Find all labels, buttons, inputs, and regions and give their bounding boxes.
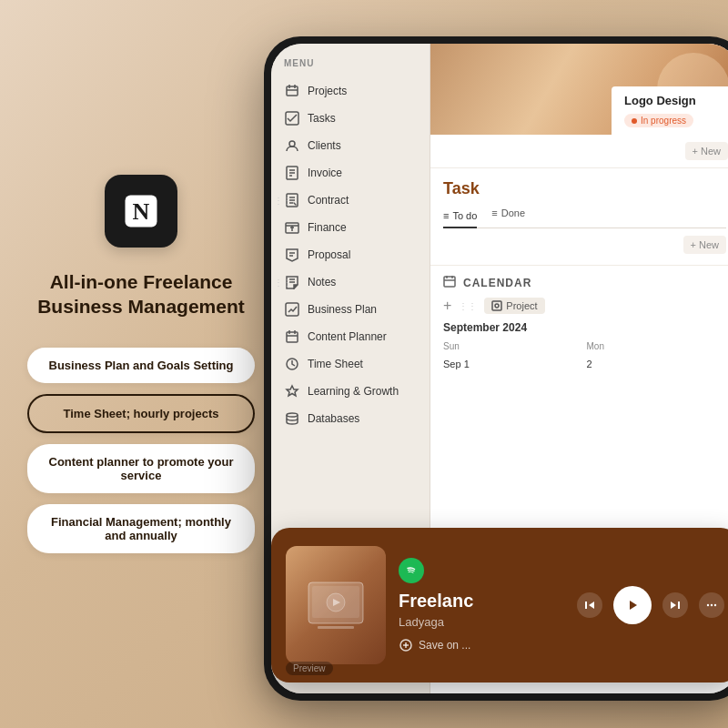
calendar-view-dropdown[interactable]: Project	[484, 298, 544, 314]
tab-todo[interactable]: ≡ To do	[443, 207, 477, 228]
play-button[interactable]	[613, 586, 652, 624]
status-label: In progress	[641, 116, 686, 126]
sidebar-item-proposal[interactable]: Proposal	[271, 241, 430, 268]
music-info: Freelanc Ladyaga Save on ...	[399, 558, 564, 652]
svg-rect-34	[318, 626, 354, 629]
calendar-toolbar: + ⋮⋮ Project	[443, 298, 726, 314]
svg-point-46	[711, 604, 713, 606]
prev-button[interactable]	[577, 592, 602, 618]
feature-item-4[interactable]: Financial Management; monthly and annual…	[27, 504, 255, 553]
sidebar-item-label-invoice: Invoice	[308, 167, 342, 179]
sidebar-item-label-finance: Finance	[308, 221, 347, 234]
sidebar-item-notes[interactable]: ⋮⋮ Notes	[271, 268, 430, 296]
cal-day-header-sun: Sun	[443, 339, 583, 353]
task-new-row: + New	[443, 228, 726, 258]
sidebar-item-databases[interactable]: Databases	[271, 405, 430, 432]
done-label: Done	[501, 207, 525, 218]
cal-day-header-mon: Mon	[587, 339, 727, 353]
svg-text:N: N	[133, 198, 150, 225]
done-tab-icon: ≡	[491, 207, 497, 218]
content-planner-icon	[284, 329, 300, 345]
sidebar-item-clients[interactable]: Clients	[271, 132, 430, 159]
calendar-grid: Sun Mon Sep 1 2	[443, 339, 726, 371]
svg-point-25	[287, 413, 298, 417]
status-badge: In progress	[624, 114, 693, 127]
calendar-header: CALENDAR	[443, 275, 726, 290]
calendar-drag-handle: ⋮⋮	[459, 301, 477, 311]
svg-marker-42	[630, 601, 637, 610]
sidebar-item-learning-growth[interactable]: Learning & Growth	[271, 378, 430, 405]
tab-done[interactable]: ≡ Done	[491, 207, 525, 222]
svg-rect-30	[492, 301, 501, 310]
svg-rect-41	[585, 602, 587, 609]
invoice-icon	[284, 165, 300, 181]
svg-point-36	[404, 563, 419, 578]
new-task-button[interactable]: + New	[683, 236, 727, 254]
calendar-month: September 2024	[443, 321, 726, 334]
next-button[interactable]	[662, 592, 688, 618]
sidebar-item-label-databases: Databases	[308, 412, 359, 425]
calendar-title: CALENDAR	[463, 277, 531, 289]
music-player: Freelanc Ladyaga Save on ...	[271, 528, 728, 682]
sidebar-item-business-plan[interactable]: Business Plan	[271, 296, 430, 323]
svg-rect-44	[678, 602, 680, 609]
sidebar-item-label-contract: Contract	[308, 194, 349, 207]
sidebar-item-time-sheet[interactable]: Time Sheet	[271, 350, 430, 378]
svg-rect-2	[287, 86, 298, 96]
sidebar-item-contract[interactable]: ⋮⋮ Contract	[271, 187, 430, 214]
save-label: Save on ...	[419, 639, 470, 652]
business-plan-icon	[284, 301, 300, 318]
svg-rect-20	[287, 332, 298, 342]
music-title: Freelanc	[399, 591, 564, 612]
project-card: Logo Design In progress	[612, 86, 728, 136]
music-controls	[577, 586, 724, 624]
music-controls-area	[577, 586, 724, 624]
task-section-title: Task	[443, 179, 726, 198]
projects-icon	[284, 83, 300, 99]
sidebar-item-label-tasks: Tasks	[308, 112, 336, 125]
svg-rect-26	[444, 277, 455, 287]
sidebar-item-label-projects: Projects	[308, 85, 347, 97]
learning-growth-icon	[284, 383, 300, 399]
task-tabs: ≡ To do ≡ Done	[443, 207, 726, 228]
music-thumbnail	[286, 546, 386, 664]
app-title: All-in-one Freelance Business Management	[37, 269, 245, 319]
calendar-add-button[interactable]: +	[443, 298, 451, 314]
sidebar-item-label-clients: Clients	[308, 139, 341, 152]
feature-item-2[interactable]: Time Sheet; hourly projects	[27, 394, 255, 433]
feature-list: Business Plan and Goals Setting Time She…	[27, 348, 255, 553]
svg-point-7	[289, 141, 295, 147]
svg-point-31	[495, 304, 499, 308]
more-button[interactable]	[699, 592, 724, 618]
proposal-icon	[284, 247, 300, 263]
feature-item-3[interactable]: Content planner to promote your service	[27, 444, 255, 493]
cal-day-2[interactable]: 2	[587, 357, 727, 371]
calendar-icon	[443, 275, 456, 290]
music-thumb-image	[286, 546, 386, 664]
svg-point-45	[707, 604, 709, 606]
sidebar-item-finance[interactable]: Finance	[271, 214, 430, 241]
sidebar-item-label-proposal: Proposal	[308, 248, 350, 261]
new-project-row: + New	[430, 135, 728, 168]
sidebar-item-label-time-sheet: Time Sheet	[308, 358, 363, 370]
svg-marker-43	[671, 602, 676, 609]
todo-label: To do	[452, 210, 477, 221]
top-image-area: Logo Design In progress	[430, 44, 728, 135]
sidebar-item-tasks[interactable]: Tasks	[271, 105, 430, 132]
new-project-button[interactable]: + New	[685, 142, 729, 160]
drag-handle-contract: ⋮⋮	[274, 196, 292, 206]
time-sheet-icon	[284, 356, 300, 372]
finance-icon	[284, 219, 300, 236]
drag-handle-notes: ⋮⋮	[274, 278, 292, 288]
music-save-row[interactable]: Save on ...	[399, 638, 564, 652]
feature-item-1[interactable]: Business Plan and Goals Setting	[27, 348, 255, 383]
project-name: Logo Design	[624, 94, 726, 107]
sidebar-item-invoice[interactable]: Invoice	[271, 159, 430, 187]
tasks-icon	[284, 110, 300, 126]
status-dot	[632, 118, 637, 124]
sidebar-item-content-planner[interactable]: Content Planner	[271, 323, 430, 350]
calendar-view-label: Project	[506, 300, 537, 311]
svg-marker-40	[589, 602, 594, 609]
cal-day-sep1[interactable]: Sep 1	[443, 357, 583, 371]
sidebar-item-projects[interactable]: Projects	[271, 77, 430, 105]
